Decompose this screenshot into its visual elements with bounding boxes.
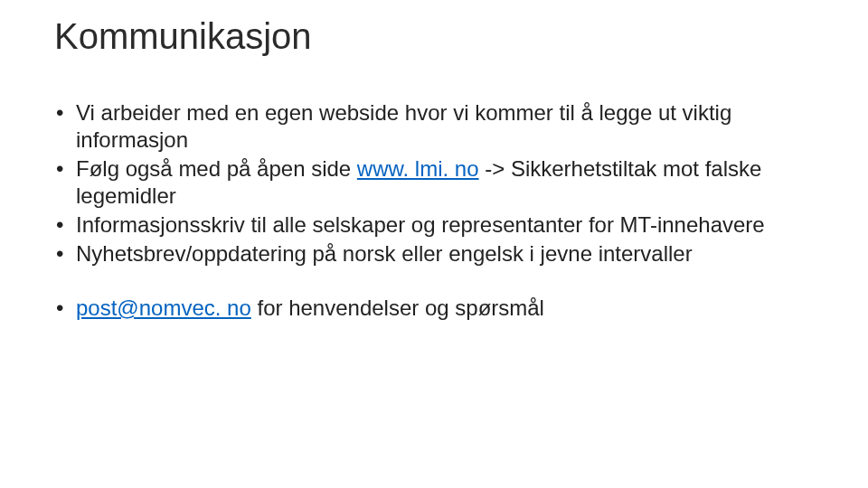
bullet-text-pre: Følg også med på åpen side <box>76 156 357 181</box>
bullet-item: post@nomvec. no for henvendelser og spør… <box>54 295 814 322</box>
slide-title: Kommunikasjon <box>54 16 814 56</box>
bullet-text: Nyhetsbrev/oppdatering på norsk eller en… <box>76 241 693 266</box>
link-lmi[interactable]: www. lmi. no <box>357 156 479 181</box>
bullet-list-contact: post@nomvec. no for henvendelser og spør… <box>54 295 814 322</box>
bullet-text-post: for henvendelser og spørsmål <box>251 296 544 320</box>
bullet-item: Nyhetsbrev/oppdatering på norsk eller en… <box>54 240 814 267</box>
spacer <box>54 269 814 295</box>
slide: Kommunikasjon Vi arbeider med en egen we… <box>0 0 868 488</box>
bullet-item: Informasjonsskriv til alle selskaper og … <box>54 211 814 239</box>
bullet-list: Vi arbeider med en egen webside hvor vi … <box>54 99 814 267</box>
link-email[interactable]: post@nomvec. no <box>76 296 251 320</box>
bullet-text: Informasjonsskriv til alle selskaper og … <box>76 212 765 237</box>
bullet-item: Følg også med på åpen side www. lmi. no … <box>54 155 814 210</box>
bullet-item: Vi arbeider med en egen webside hvor vi … <box>54 99 814 154</box>
bullet-text: Vi arbeider med en egen webside hvor vi … <box>76 100 731 152</box>
